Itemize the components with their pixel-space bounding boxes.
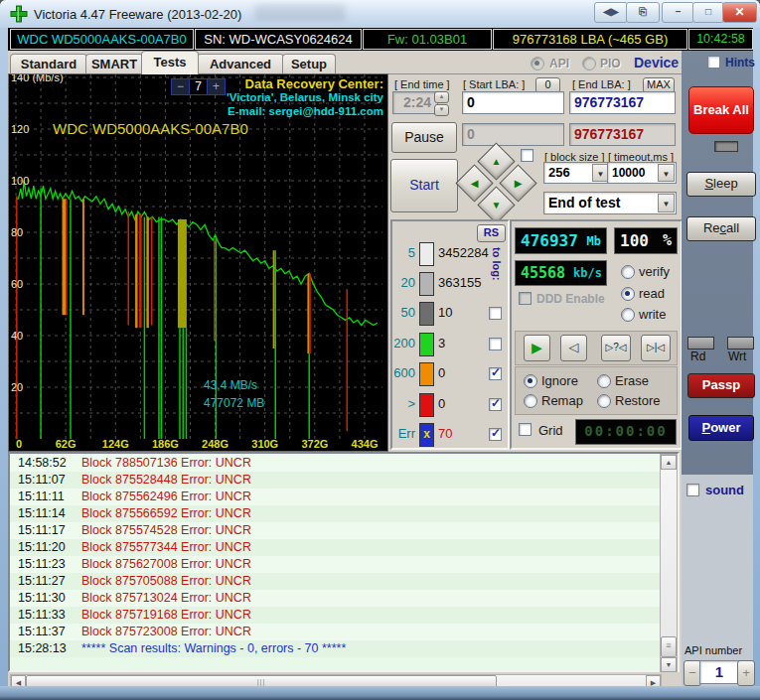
banner-title: Data Recovery Center: bbox=[245, 76, 383, 91]
timeout-select[interactable]: 10000 ▼ bbox=[607, 162, 677, 184]
error-action-strip: IgnoreEraseRemapRestore bbox=[515, 366, 678, 415]
tab-standard[interactable]: Standard bbox=[10, 54, 87, 73]
restore-radio[interactable] bbox=[597, 394, 611, 408]
counter-log-checkbox[interactable] bbox=[489, 398, 502, 411]
api-radio[interactable] bbox=[531, 57, 544, 70]
scan-question-button[interactable]: ▷?◁ bbox=[601, 335, 631, 361]
log-row[interactable]: 15:11:14Block 875566592 Error: UNCR bbox=[10, 505, 660, 522]
log-row[interactable]: 15:11:30Block 875713024 Error: UNCR bbox=[10, 590, 660, 607]
blurred-taskbar-item bbox=[254, 4, 346, 21]
pio-radio[interactable] bbox=[582, 57, 596, 70]
counter-threshold: > bbox=[392, 396, 415, 411]
log-vscrollbar[interactable]: ▲ ≡ ▼ bbox=[660, 454, 678, 672]
recall-button[interactable]: Recall bbox=[686, 216, 756, 241]
rs-button[interactable]: RS bbox=[477, 224, 506, 242]
speed-lcd: 45568 kb/s bbox=[515, 260, 607, 286]
counter-log-checkbox[interactable] bbox=[489, 338, 502, 350]
start-lba-input[interactable]: 0 bbox=[462, 91, 564, 114]
log-message: Block 875713024 Error: UNCR bbox=[81, 590, 251, 607]
close-button[interactable]: ✕ bbox=[722, 2, 757, 23]
spin-up-icon[interactable]: ▲ bbox=[434, 91, 449, 103]
erase-radio[interactable] bbox=[597, 374, 611, 388]
log-message: Block 875577344 Error: UNCR bbox=[81, 539, 251, 556]
vscroll-thumb[interactable]: ≡ bbox=[661, 636, 677, 657]
banner-location: 'Victoria', Belarus, Minsk city bbox=[227, 91, 383, 103]
log-time: 15:11:11 bbox=[18, 489, 65, 505]
title-bar: Victoria 4.47 Freeware (2013-02-20) ◀▶ ⎘… bbox=[0, 0, 760, 28]
pad-checkbox[interactable] bbox=[521, 149, 533, 162]
start-button[interactable]: Start bbox=[390, 159, 458, 212]
nav-window-button[interactable]: ◀▶ bbox=[594, 2, 628, 23]
sleep-button[interactable]: Sleep bbox=[686, 172, 756, 197]
maximize-button[interactable]: □ bbox=[692, 2, 724, 23]
write-radio[interactable] bbox=[621, 308, 635, 322]
arrow-down-icon: ▼ bbox=[484, 193, 509, 217]
log-row[interactable]: 15:11:11Block 875562496 Error: UNCR bbox=[10, 489, 660, 505]
counter-swatch bbox=[419, 242, 434, 266]
counter-log-checkbox[interactable] bbox=[489, 307, 502, 320]
grid-checkbox[interactable] bbox=[519, 423, 532, 436]
scroll-up-icon[interactable]: ▲ bbox=[661, 455, 677, 470]
end-lba-input[interactable]: 976773167 bbox=[569, 91, 676, 114]
log-row[interactable]: 15:11:23Block 875627008 Error: UNCR bbox=[10, 556, 660, 573]
pause-button[interactable]: Pause bbox=[391, 122, 457, 153]
verify-radio[interactable] bbox=[621, 265, 635, 279]
log-row[interactable]: 14:58:52Block 788507136 Error: UNCR bbox=[10, 455, 660, 472]
play-button[interactable]: ▶ bbox=[524, 335, 550, 361]
sound-label: sound bbox=[705, 483, 744, 497]
drive-model: WDC WD5000AAKS-00A7B0 bbox=[10, 29, 194, 50]
scroll-down-icon[interactable]: ▼ bbox=[661, 657, 677, 672]
transport-strip: ▶ ◁ ▷?◁ ▷|◁ bbox=[515, 331, 678, 365]
step-back-button[interactable]: ◁ bbox=[560, 335, 587, 361]
minimize-button[interactable]: – bbox=[662, 2, 694, 23]
hints-checkbox[interactable] bbox=[707, 56, 720, 69]
counter-log-checkbox[interactable] bbox=[489, 428, 502, 441]
tab-smart[interactable]: SMART bbox=[85, 54, 143, 73]
counter-log-checkbox[interactable] bbox=[489, 367, 502, 380]
log-row[interactable]: 15:28:13***** Scan results: Warnings - 0… bbox=[10, 640, 660, 657]
ignore-radio[interactable] bbox=[524, 374, 537, 388]
log-row[interactable]: 15:11:20Block 875577344 Error: UNCR bbox=[10, 539, 660, 556]
zoom-in-button[interactable]: + bbox=[208, 79, 225, 94]
spin-down-icon[interactable]: ▼ bbox=[434, 104, 449, 116]
api-number-plus-button[interactable]: + bbox=[737, 660, 755, 686]
tab-advanced[interactable]: Advanced bbox=[197, 54, 284, 73]
remap-radio[interactable] bbox=[524, 394, 537, 408]
api-number-value[interactable]: 1 bbox=[699, 660, 739, 684]
log-row[interactable]: 15:11:27Block 875705088 Error: UNCR bbox=[10, 573, 660, 590]
pin-window-button[interactable]: ⎘ bbox=[626, 2, 660, 23]
log-time: 15:11:14 bbox=[18, 505, 66, 522]
position-mb-unit: Mb bbox=[587, 234, 601, 248]
passp-button[interactable]: Passp bbox=[687, 373, 755, 398]
log-row[interactable]: 15:11:17Block 875574528 Error: UNCR bbox=[10, 522, 660, 539]
ddd-enable-checkbox[interactable] bbox=[519, 292, 532, 305]
chevron-down-icon[interactable]: ▼ bbox=[658, 194, 675, 212]
power-button[interactable]: Power bbox=[688, 415, 754, 441]
sound-checkbox[interactable] bbox=[686, 484, 699, 496]
break-all-button[interactable]: Break All bbox=[688, 86, 754, 134]
end-time-spinner[interactable]: 2:24 bbox=[392, 91, 438, 114]
end-time-spin-buttons[interactable]: ▲ ▼ bbox=[434, 91, 449, 114]
remap-radio-label: Remap bbox=[541, 393, 583, 408]
banner-email: E-mail: sergei@hdd-911.com bbox=[228, 105, 383, 117]
log-row[interactable]: 15:11:07Block 875528448 Error: UNCR bbox=[10, 472, 660, 489]
counter-threshold: 5 bbox=[392, 245, 415, 260]
log-row[interactable]: 15:11:37Block 875723008 Error: UNCR bbox=[10, 624, 660, 640]
block-size-select[interactable]: 256 ▼ bbox=[543, 162, 611, 184]
zoom-out-button[interactable]: − bbox=[172, 79, 189, 94]
svg-text:40: 40 bbox=[11, 330, 23, 342]
log-row[interactable]: 15:11:33Block 875719168 Error: UNCR bbox=[10, 607, 660, 624]
counter-value: 363155 bbox=[438, 275, 481, 290]
svg-text:372G: 372G bbox=[301, 438, 328, 449]
seek-end-button[interactable]: ▷|◁ bbox=[641, 335, 671, 361]
counter-threshold: Err bbox=[392, 426, 415, 441]
write-radio-label: write bbox=[639, 307, 666, 322]
tab-tests[interactable]: Tests bbox=[141, 51, 199, 74]
tab-setup[interactable]: Setup bbox=[282, 54, 336, 73]
percent-unit: % bbox=[663, 231, 672, 249]
end-action-select[interactable]: End of test ▼ bbox=[543, 192, 677, 214]
busy-led bbox=[714, 141, 738, 152]
read-radio[interactable] bbox=[621, 287, 635, 301]
pio-label: PIO bbox=[600, 57, 621, 70]
chevron-down-icon[interactable]: ▼ bbox=[658, 164, 675, 182]
